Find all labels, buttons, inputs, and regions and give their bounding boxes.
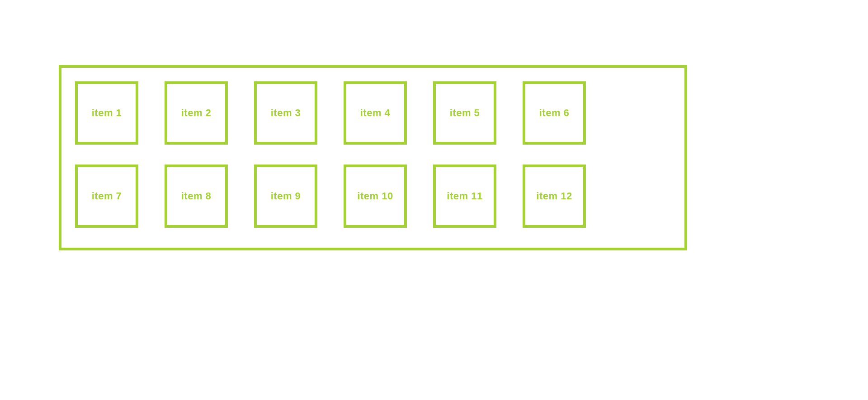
item-label: item 1 [92,107,122,119]
grid-item: item 8 [165,165,228,228]
grid-item: item 9 [254,165,317,228]
grid-item: item 4 [344,81,407,145]
item-label: item 7 [92,190,122,202]
item-label: item 10 [357,190,393,202]
item-label: item 11 [447,190,482,202]
item-label: item 6 [539,107,570,119]
grid-item: item 2 [165,81,228,145]
item-label: item 8 [181,190,212,202]
item-label: item 5 [450,107,480,119]
grid-item: item 3 [254,81,317,145]
item-label: item 3 [271,107,301,119]
grid-item: item 10 [344,165,407,228]
grid-item: item 11 [433,165,496,228]
item-label: item 4 [360,107,391,119]
grid-item: item 12 [523,165,586,228]
grid-container: item 1 item 2 item 3 item 4 item 5 item … [59,65,687,250]
item-grid: item 1 item 2 item 3 item 4 item 5 item … [75,81,671,228]
grid-item: item 6 [523,81,586,145]
grid-item: item 5 [433,81,496,145]
item-label: item 9 [271,190,301,202]
grid-item: item 7 [75,165,138,228]
item-label: item 12 [536,190,572,202]
grid-item: item 1 [75,81,138,145]
item-label: item 2 [181,107,212,119]
